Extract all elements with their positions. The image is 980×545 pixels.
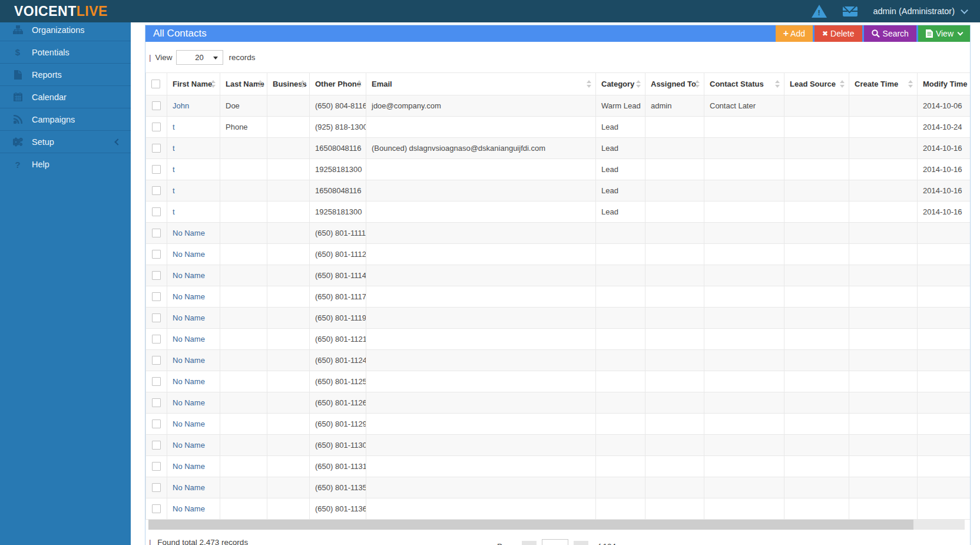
row-checkbox[interactable] [152,250,161,259]
search-button[interactable]: Search [864,25,916,42]
sidebar-item-reports[interactable]: Reports [0,64,131,86]
cell-first-name: t [167,117,220,138]
contact-name-link[interactable]: No Name [173,398,205,407]
contact-name-link[interactable]: t [173,207,175,216]
row-checkbox[interactable] [152,335,161,343]
question-icon: ? [11,160,24,170]
row-checkbox-cell [146,159,167,180]
next-page-button[interactable]: › [574,541,588,545]
warning-icon[interactable]: ! [812,4,827,19]
brand-accent: LIVE [77,4,108,19]
contact-name-link[interactable]: No Name [173,483,205,492]
cell-email [366,180,596,202]
sidebar-item-calendar[interactable]: Calendar [0,86,131,108]
row-checkbox[interactable] [152,356,161,365]
column-header-lead-source[interactable]: Lead Source [784,73,849,95]
column-header-first-name[interactable]: First Name [167,73,220,95]
prev-page-button[interactable]: ‹ [522,541,537,545]
column-header-create-time[interactable]: Create Time [849,73,918,95]
horizontal-scrollbar-thumb[interactable] [148,520,913,530]
cell-lead-source [784,138,849,159]
cell-category [596,329,645,350]
cell-other-phone: 19258181300 [310,202,366,223]
cell-last-name [220,202,267,223]
row-checkbox[interactable] [152,123,161,131]
cell-category [596,286,645,308]
column-header-assigned-to[interactable]: Assigned To [645,73,704,95]
row-checkbox[interactable] [152,483,161,492]
cell-email [366,308,596,329]
column-header-other-phone[interactable]: Other Phone [310,73,366,95]
row-checkbox-cell [146,286,167,308]
contact-name-link[interactable]: John [173,101,189,110]
contact-name-link[interactable]: t [173,144,175,153]
records-per-page-select[interactable]: 20 [176,50,223,65]
cell-contact-status [704,138,784,159]
row-checkbox[interactable] [152,504,161,513]
row-checkbox[interactable] [152,165,161,174]
cell-create-time [849,265,918,286]
row-checkbox[interactable] [152,377,161,386]
contact-name-link[interactable]: t [173,165,175,174]
row-checkbox[interactable] [152,207,161,216]
cell-create-time [849,498,918,520]
row-checkbox[interactable] [152,441,161,450]
contact-name-link[interactable]: No Name [173,335,205,343]
page-title: All Contacts [145,28,207,39]
contacts-table-wrap: First NameLast NameBusinessOther PhoneEm… [145,72,970,520]
cell-email [366,117,596,138]
contact-name-link[interactable]: t [173,123,175,131]
row-checkbox[interactable] [152,271,161,280]
cell-business [267,456,310,477]
row-checkbox[interactable] [152,229,161,237]
contact-name-link[interactable]: No Name [173,250,205,259]
cell-email [366,456,596,477]
contact-name-link[interactable]: No Name [173,377,205,386]
cell-business [267,308,310,329]
sidebar-item-campaigns[interactable]: Campaigns [0,108,131,131]
column-header-modify-time[interactable]: Modify Time [918,73,971,95]
sidebar-item-label: Calendar [32,93,67,102]
row-checkbox[interactable] [152,144,161,153]
column-header-email[interactable]: Email [366,73,596,95]
view-button[interactable]: View [918,25,970,42]
cell-last-name [220,371,267,392]
contact-name-link[interactable]: No Name [173,229,205,237]
envelope-icon[interactable] [842,4,858,19]
row-checkbox[interactable] [152,462,161,471]
cell-email [366,286,596,308]
cell-lead-source [784,414,849,435]
contact-name-link[interactable]: No Name [173,271,205,280]
contact-name-link[interactable]: No Name [173,313,205,322]
delete-button[interactable]: ✖ Delete [815,25,862,42]
cell-modify-time [918,435,971,456]
column-header-business[interactable]: Business [267,73,310,95]
row-checkbox[interactable] [152,313,161,322]
contact-name-link[interactable]: No Name [173,356,205,365]
cell-lead-source [784,329,849,350]
sidebar-item-organizations[interactable]: Organizations [0,22,131,41]
sidebar-item-setup[interactable]: Setup [0,131,131,153]
contact-name-link[interactable]: No Name [173,420,205,428]
column-header-contact-status[interactable]: Contact Status [704,73,784,95]
sidebar-item-potentials[interactable]: $ Potentials [0,41,131,64]
user-menu[interactable]: admin (Administrator) [873,6,967,16]
contact-name-link[interactable]: No Name [173,441,205,450]
row-checkbox[interactable] [152,420,161,428]
cell-business [267,286,310,308]
contact-name-link[interactable]: t [173,186,175,195]
contact-name-link[interactable]: No Name [173,462,205,471]
cell-contact-status [704,392,784,414]
row-checkbox[interactable] [152,101,161,110]
contact-name-link[interactable]: No Name [173,504,205,513]
select-all-checkbox[interactable] [151,80,160,88]
contact-name-link[interactable]: No Name [173,292,205,301]
page-input[interactable] [542,539,568,545]
sidebar-item-help[interactable]: ? Help [0,153,131,176]
add-button[interactable]: + Add [776,25,813,42]
row-checkbox[interactable] [152,186,161,195]
column-header-last-name[interactable]: Last Name [220,73,267,95]
row-checkbox[interactable] [152,398,161,407]
row-checkbox[interactable] [152,292,161,301]
column-header-category[interactable]: Category [596,73,645,95]
